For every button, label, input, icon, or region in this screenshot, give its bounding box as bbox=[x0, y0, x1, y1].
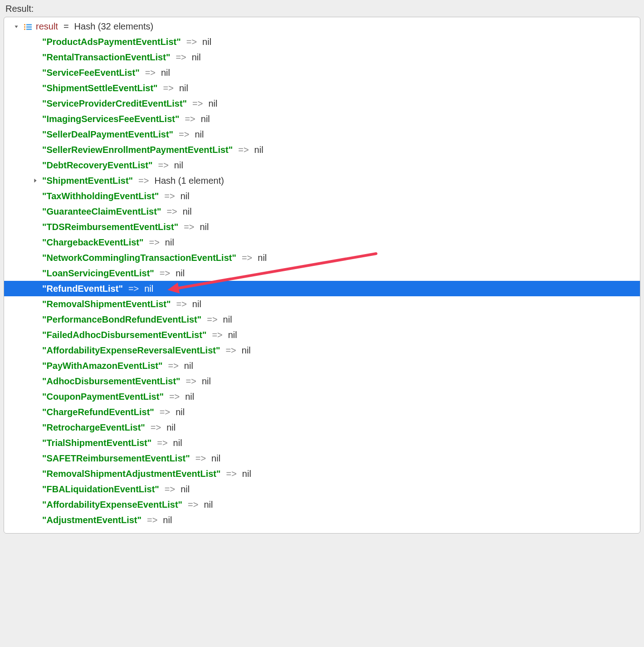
hash-value-nil: nil bbox=[166, 422, 176, 434]
hash-arrow-operator: => bbox=[136, 175, 151, 187]
hash-key: "RemovalShipmentAdjustmentEventList" bbox=[42, 468, 220, 480]
hash-entry-row[interactable]: "AffordabilityExpenseReversalEventList"=… bbox=[4, 343, 640, 358]
hash-key: "GuaranteeClaimEventList" bbox=[42, 206, 161, 218]
hash-entry-row[interactable]: "DebtRecoveryEventList"=>nil bbox=[4, 157, 640, 173]
svg-rect-1 bbox=[26, 24, 32, 25]
hash-key: "SellerReviewEnrollmentPaymentEventList" bbox=[42, 144, 233, 156]
hash-key: "FBALiquidationEventList" bbox=[42, 483, 159, 495]
hash-entry-row[interactable]: "TDSReimbursementEventList"=>nil bbox=[4, 219, 640, 235]
expand-toggle-icon[interactable] bbox=[12, 23, 20, 31]
variable-type-desc: Hash (32 elements) bbox=[74, 21, 154, 32]
hash-arrow-operator: => bbox=[154, 437, 170, 449]
hash-key: "ServiceProviderCreditEventList" bbox=[42, 98, 187, 110]
hash-entry-row[interactable]: "SAFETReimbursementEventList"=>nil bbox=[4, 451, 640, 466]
hash-value-nil: nil bbox=[204, 499, 213, 511]
hash-arrow-operator: => bbox=[148, 422, 164, 434]
hash-entry-row[interactable]: "CouponPaymentEventList"=>nil bbox=[4, 389, 640, 404]
hash-value-nil: nil bbox=[179, 82, 188, 94]
hash-entry-row[interactable]: "NetworkComminglingTransactionEventList"… bbox=[4, 250, 640, 265]
svg-rect-3 bbox=[26, 26, 32, 28]
hash-entry-row[interactable]: "AffordabilityExpenseEventList"=>nil bbox=[4, 497, 640, 512]
hash-entry-row[interactable]: "RetrochargeEventList"=>nil bbox=[4, 420, 640, 435]
hash-arrow-operator: => bbox=[157, 406, 173, 418]
hash-value-nil: nil bbox=[176, 406, 185, 418]
hash-entry-row[interactable]: "ShipmentSettleEventList"=>nil bbox=[4, 80, 640, 96]
hash-key: "ChargeRefundEventList" bbox=[42, 406, 154, 418]
hash-entry-row[interactable]: "SellerReviewEnrollmentPaymentEventList"… bbox=[4, 142, 640, 157]
hash-value-nil: nil bbox=[258, 252, 267, 264]
hash-entry-row[interactable]: "AdjustmentEventList"=>nil bbox=[4, 512, 640, 528]
hash-entry-row[interactable]: "LoanServicingEventList"=>nil bbox=[4, 265, 640, 281]
hash-key: "TDSReimbursementEventList" bbox=[42, 221, 178, 233]
hash-key: "ShipmentEventList" bbox=[42, 175, 133, 187]
svg-rect-0 bbox=[24, 24, 25, 25]
hash-arrow-operator: => bbox=[235, 144, 251, 156]
hash-arrow-operator: => bbox=[146, 236, 162, 249]
hash-key: "DebtRecoveryEventList" bbox=[42, 159, 153, 172]
hash-arrow-operator: => bbox=[239, 252, 255, 264]
hash-entry-row[interactable]: "RemovalShipmentAdjustmentEventList"=>ni… bbox=[4, 466, 640, 481]
hash-key: "RemovalShipmentEventList" bbox=[42, 298, 171, 310]
hash-value-nil: nil bbox=[183, 206, 192, 218]
hash-entry-row[interactable]: "ChargeRefundEventList"=>nil bbox=[4, 404, 640, 420]
result-panel: result = Hash (32 elements) "ProductAdsP… bbox=[4, 17, 640, 534]
hash-value-nil: nil bbox=[195, 128, 204, 141]
hash-key: "RetrochargeEventList" bbox=[42, 422, 145, 434]
hash-key: "ImagingServicesFeeEventList" bbox=[42, 113, 179, 125]
hash-value-nil: nil bbox=[174, 159, 183, 172]
hash-value-nil: nil bbox=[184, 360, 193, 372]
hash-value-nil: nil bbox=[161, 67, 170, 79]
hash-key: "ChargebackEventList" bbox=[42, 236, 143, 249]
hash-key: "PerformanceBondRefundEventList" bbox=[42, 314, 201, 326]
hash-arrow-operator: => bbox=[204, 314, 220, 326]
equals-operator: = bbox=[61, 21, 72, 32]
hash-arrow-operator: => bbox=[173, 51, 189, 64]
hash-entry-row[interactable]: "FBALiquidationEventList"=>nil bbox=[4, 481, 640, 497]
hash-arrow-operator: => bbox=[126, 283, 141, 295]
hash-arrow-operator: => bbox=[157, 267, 173, 279]
hash-arrow-operator: => bbox=[156, 159, 171, 172]
hash-key: "RefundEventList" bbox=[42, 283, 123, 295]
hash-value-nil: nil bbox=[223, 314, 232, 326]
hash-key: "AdhocDisbursementEventList" bbox=[42, 375, 181, 387]
hash-arrow-operator: => bbox=[162, 483, 178, 495]
hash-value-nil: nil bbox=[200, 221, 209, 233]
hash-key: "TaxWithholdingEventList" bbox=[42, 190, 159, 202]
hash-value-nil: nil bbox=[181, 190, 190, 202]
hash-value-nil: nil bbox=[176, 267, 185, 279]
hash-key: "PayWithAmazonEventList" bbox=[42, 360, 163, 372]
root-variable-row[interactable]: result = Hash (32 elements) bbox=[4, 20, 640, 33]
hash-key: "AffordabilityExpenseReversalEventList" bbox=[42, 344, 220, 357]
hash-entry-row[interactable]: "RefundEventList"=>nil bbox=[4, 281, 640, 296]
hash-entry-row[interactable]: "PayWithAmazonEventList"=>nil bbox=[4, 358, 640, 373]
hash-entry-row[interactable]: "GuaranteeClaimEventList"=>nil bbox=[4, 204, 640, 219]
hash-entry-row[interactable]: "ServiceProviderCreditEventList"=>nil bbox=[4, 96, 640, 111]
expand-toggle-icon[interactable] bbox=[31, 176, 39, 185]
svg-rect-4 bbox=[24, 29, 25, 30]
hash-entry-row[interactable]: "TaxWithholdingEventList"=>nil bbox=[4, 188, 640, 204]
variable-name: result bbox=[36, 21, 58, 32]
hash-entry-row[interactable]: "FailedAdhocDisbursementEventList"=>nil bbox=[4, 327, 640, 343]
hash-entry-row[interactable]: "SellerDealPaymentEventList"=>nil bbox=[4, 127, 640, 142]
hash-arrow-operator: => bbox=[161, 190, 177, 202]
hash-entry-row[interactable]: "RemovalShipmentEventList"=>nil bbox=[4, 296, 640, 312]
hash-value-nil: nil bbox=[201, 113, 210, 125]
hash-arrow-operator: => bbox=[223, 344, 239, 357]
hash-entry-row[interactable]: "ServiceFeeEventList"=>nil bbox=[4, 65, 640, 80]
hash-entry-row[interactable]: "ChargebackEventList"=>nil bbox=[4, 235, 640, 250]
hash-value-nil: nil bbox=[173, 437, 182, 449]
hash-arrow-operator: => bbox=[166, 391, 182, 403]
hash-entry-row[interactable]: "RentalTransactionEventList"=>nil bbox=[4, 49, 640, 65]
hash-arrow-operator: => bbox=[184, 36, 200, 48]
hash-entry-row[interactable]: "ShipmentEventList"=>Hash (1 element) bbox=[4, 173, 640, 188]
hash-entry-row[interactable]: "AdhocDisbursementEventList"=>nil bbox=[4, 373, 640, 389]
hash-key: "AffordabilityExpenseEventList" bbox=[42, 499, 182, 511]
hash-arrow-operator: => bbox=[164, 206, 180, 218]
hash-arrow-operator: => bbox=[142, 67, 158, 79]
hash-value-nil: nil bbox=[208, 98, 217, 110]
hash-entry-row[interactable]: "PerformanceBondRefundEventList"=>nil bbox=[4, 312, 640, 327]
hash-entries-list: "ProductAdsPaymentEventList"=>nil"Rental… bbox=[4, 34, 640, 528]
hash-entry-row[interactable]: "ImagingServicesFeeEventList"=>nil bbox=[4, 111, 640, 127]
hash-entry-row[interactable]: "ProductAdsPaymentEventList"=>nil bbox=[4, 34, 640, 49]
hash-entry-row[interactable]: "TrialShipmentEventList"=>nil bbox=[4, 435, 640, 451]
